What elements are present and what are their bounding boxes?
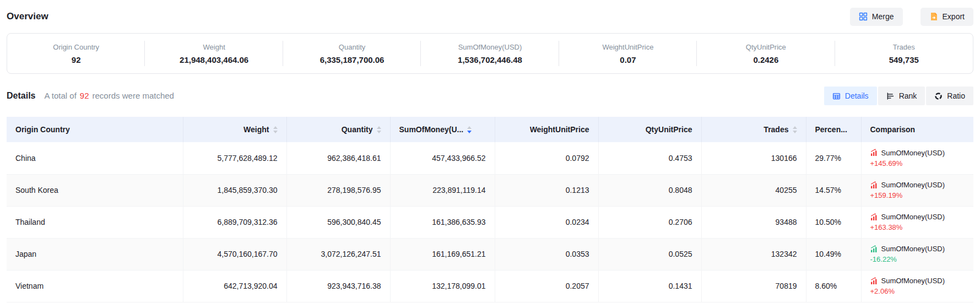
tab-ratio-label: Ratio	[947, 91, 965, 100]
column-header-origin-country: Origin Country	[7, 117, 183, 142]
cell-sum-of-money: 132,178,099.01	[390, 270, 495, 302]
cell-weight: 1,845,859,370.30	[183, 174, 286, 206]
comparison-change: -16.22%	[870, 255, 965, 263]
cell-sum-of-money: 223,891,119.14	[390, 174, 495, 206]
tab-rank-label: Rank	[899, 91, 917, 100]
sort-control[interactable]	[273, 126, 278, 133]
cell-comparison: SumOfMoney(USD) +159.19%	[861, 174, 973, 206]
column-header-percent: Percen...	[806, 117, 861, 142]
cell-weight-unit-price: 0.0234	[495, 206, 598, 238]
rank-chart-icon	[886, 92, 895, 100]
stat-label: Origin Country	[53, 43, 99, 51]
export-button[interactable]: Export	[921, 8, 973, 26]
column-header-weight-unit-price: WeightUnitPrice	[495, 117, 598, 142]
topbar-actions: Merge Export	[850, 8, 973, 26]
cell-qty-unit-price: 0.0525	[598, 238, 701, 270]
cell-comparison: SumOfMoney(USD) +2.06%	[861, 270, 973, 302]
stat-value: 6,335,187,700.06	[320, 55, 385, 64]
stat-label: Trades	[893, 43, 915, 51]
comparison-change: +145.69%	[870, 159, 965, 167]
cell-qty-unit-price: 0.8048	[598, 174, 701, 206]
table-row[interactable]: Thailand 6,889,709,312.36 596,300,840.45…	[7, 206, 973, 238]
stat-cell: WeightUnitPrice 0.07	[559, 34, 697, 73]
sort-control-active[interactable]	[467, 126, 472, 133]
stat-label: Quantity	[339, 43, 365, 51]
cell-origin-country: Vietnam	[7, 270, 183, 302]
comparison-change: +163.38%	[870, 223, 965, 231]
stat-value: 21,948,403,464.06	[180, 55, 248, 64]
sort-control[interactable]	[793, 126, 797, 133]
cell-qty-unit-price: 0.1431	[598, 270, 701, 302]
cell-percent: 29.77%	[806, 142, 861, 174]
comparison-metric: SumOfMoney(USD)	[881, 181, 945, 189]
cell-origin-country: China	[7, 142, 183, 174]
comparison-metric: SumOfMoney(USD)	[881, 245, 945, 253]
table-row[interactable]: Japan 4,570,160,167.70 3,072,126,247.51 …	[7, 238, 973, 270]
comparison-metric: SumOfMoney(USD)	[881, 277, 945, 285]
merge-button[interactable]: Merge	[850, 8, 903, 26]
stat-value: 549,735	[889, 55, 919, 64]
trend-up-icon	[870, 149, 878, 156]
sort-control[interactable]	[377, 126, 381, 133]
stat-cell: Trades 549,735	[835, 34, 973, 73]
stat-label: SumOfMoney(USD)	[458, 43, 522, 51]
cell-weight-unit-price: 0.1213	[495, 174, 598, 206]
table-icon	[832, 92, 841, 100]
cell-weight-unit-price: 0.0353	[495, 238, 598, 270]
trend-up-icon	[870, 213, 878, 221]
stat-value: 1,536,702,446.48	[458, 55, 522, 64]
stat-cell: SumOfMoney(USD) 1,536,702,446.48	[421, 34, 559, 73]
cell-quantity: 962,386,418.61	[286, 142, 390, 174]
stat-cell: QtyUnitPrice 0.2426	[697, 34, 835, 73]
table-body: China 5,777,628,489.12 962,386,418.61 45…	[7, 142, 973, 302]
cell-sum-of-money: 161,169,651.21	[390, 238, 495, 270]
cell-percent: 10.50%	[806, 206, 861, 238]
cell-percent: 10.49%	[806, 238, 861, 270]
cell-trades: 70819	[701, 270, 806, 302]
table-row[interactable]: Vietnam 642,713,920.04 923,943,716.38 13…	[7, 270, 973, 302]
stat-value: 0.2426	[753, 55, 778, 64]
column-header-trades: Trades	[701, 117, 806, 142]
details-table: Origin Country Weight Quantity SumOfMone…	[7, 117, 973, 302]
cell-qty-unit-price: 0.2706	[598, 206, 701, 238]
stat-label: QtyUnitPrice	[746, 43, 786, 51]
cell-comparison: SumOfMoney(USD) -16.22%	[861, 238, 973, 270]
column-header-qty-unit-price: QtyUnitPrice	[598, 117, 701, 142]
cell-sum-of-money: 457,433,966.52	[390, 142, 495, 174]
comparison-metric: SumOfMoney(USD)	[881, 149, 945, 157]
trend-up-icon	[870, 181, 878, 189]
cell-quantity: 3,072,126,247.51	[286, 238, 390, 270]
cell-qty-unit-price: 0.4753	[598, 142, 701, 174]
column-header-comparison: Comparison	[861, 117, 973, 142]
stat-cell: Origin Country 92	[7, 34, 145, 73]
cell-trades: 132342	[701, 238, 806, 270]
table-header-row: Origin Country Weight Quantity SumOfMone…	[7, 117, 973, 142]
export-button-label: Export	[943, 12, 965, 21]
details-header: Details A total of92records were matched	[7, 91, 174, 101]
cell-quantity: 278,198,576.95	[286, 174, 390, 206]
comparison-metric: SumOfMoney(USD)	[881, 213, 945, 221]
overview-stats-card: Origin Country 92 Weight 21,948,403,464.…	[7, 33, 973, 74]
tab-ratio[interactable]: Ratio	[926, 87, 973, 105]
trend-down-icon	[870, 245, 878, 253]
stat-cell: Weight 21,948,403,464.06	[145, 34, 283, 73]
stat-value: 0.07	[620, 55, 636, 64]
cell-weight: 5,777,628,489.12	[183, 142, 286, 174]
cell-trades: 40255	[701, 174, 806, 206]
table-row[interactable]: South Korea 1,845,859,370.30 278,198,576…	[7, 174, 973, 206]
trend-up-icon	[870, 277, 878, 285]
cell-trades: 93488	[701, 206, 806, 238]
cell-weight: 6,889,709,312.36	[183, 206, 286, 238]
cell-weight: 642,713,920.04	[183, 270, 286, 302]
cell-comparison: SumOfMoney(USD) +145.69%	[861, 142, 973, 174]
cell-origin-country: South Korea	[7, 174, 183, 206]
column-header-weight: Weight	[183, 117, 286, 142]
cell-origin-country: Japan	[7, 238, 183, 270]
stat-label: Weight	[203, 43, 225, 51]
tab-rank[interactable]: Rank	[878, 87, 925, 105]
tab-details-label: Details	[845, 91, 869, 100]
tab-details[interactable]: Details	[824, 87, 877, 105]
cell-weight-unit-price: 0.2057	[495, 270, 598, 302]
table-row[interactable]: China 5,777,628,489.12 962,386,418.61 45…	[7, 142, 973, 174]
records-count: 92	[80, 91, 89, 100]
